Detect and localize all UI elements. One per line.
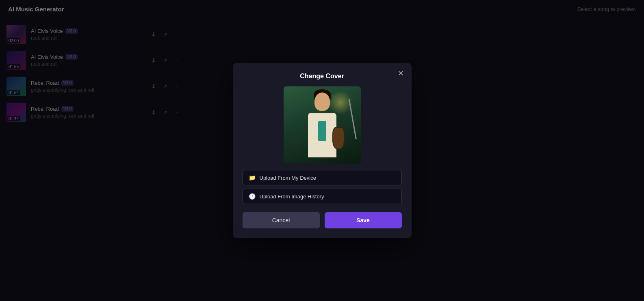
cover-preview bbox=[284, 86, 361, 163]
upload-device-label: Upload From My Device bbox=[260, 175, 316, 181]
modal-footer: Cancel Save bbox=[243, 212, 402, 228]
upload-history-label: Upload From Image History bbox=[260, 194, 324, 200]
cover-image bbox=[284, 86, 361, 163]
upload-from-device-button[interactable]: 📁 Upload From My Device bbox=[243, 170, 402, 185]
change-cover-modal: ✕ Change Cover 📁 Upload From My Device bbox=[233, 63, 412, 238]
folder-icon: 📁 bbox=[249, 174, 256, 181]
cancel-button[interactable]: Cancel bbox=[243, 212, 320, 228]
upload-from-history-button[interactable]: 🕐 Upload From Image History bbox=[243, 189, 402, 204]
close-button[interactable]: ✕ bbox=[396, 69, 406, 78]
modal-title: Change Cover bbox=[243, 73, 402, 80]
modal-overlay: ✕ Change Cover 📁 Upload From My Device bbox=[0, 0, 644, 301]
history-icon: 🕐 bbox=[249, 193, 256, 200]
save-button[interactable]: Save bbox=[325, 212, 402, 228]
